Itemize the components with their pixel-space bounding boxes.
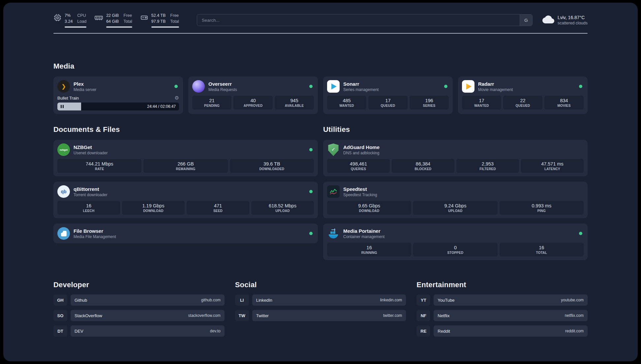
section-title-documents: Documents & Files bbox=[53, 125, 318, 134]
stat-box: 40 APPROVED bbox=[233, 96, 273, 109]
status-dot bbox=[309, 190, 313, 193]
bookmark-stackoverflow[interactable]: SO StackOverflow stackoverflow.com bbox=[53, 310, 225, 321]
bookmark-url: youtube.com bbox=[561, 298, 584, 302]
app-card-qbittorrent[interactable]: qb qBittorrent Torrent downloader 16 bbox=[53, 182, 318, 218]
bookmarks-section: Developer GH Github github.com SO StackO… bbox=[53, 281, 588, 350]
stat-label: DOWNLOADED bbox=[230, 167, 313, 171]
weather-condition: scattered clouds bbox=[558, 21, 588, 25]
stat-label: UPLOAD bbox=[414, 209, 497, 213]
bookmark-url: netflix.com bbox=[565, 313, 584, 318]
bookmark-dev[interactable]: DT DEV dev.to bbox=[53, 325, 225, 337]
app-name: Speedtest bbox=[343, 186, 377, 192]
section-title-utilities: Utilities bbox=[323, 125, 588, 134]
app-subtitle: Speedtest Tracking bbox=[343, 193, 377, 197]
bookmark-name: YouTube bbox=[438, 298, 454, 303]
stat-value: 618.52 Mbps bbox=[252, 203, 313, 208]
cpu-load-value: 3.24 bbox=[65, 18, 73, 24]
stat-label: QUEUED bbox=[504, 104, 542, 107]
stat-box: 47.571 ms LATENCY bbox=[521, 159, 584, 173]
app-subtitle: DNS and adblocking bbox=[343, 151, 380, 155]
bookmark-abbr: RE bbox=[416, 325, 430, 337]
bookmark-github[interactable]: GH Github github.com bbox=[53, 294, 225, 306]
bookmark-youtube[interactable]: YT YouTube youtube.com bbox=[416, 294, 588, 306]
settings-gear-icon[interactable]: ⚙ bbox=[175, 95, 179, 101]
weather-widget: Lviv, 16.87°C scattered clouds bbox=[542, 14, 588, 27]
stat-box: 0.993 ms PING bbox=[500, 201, 584, 215]
app-card-plex[interactable]: ❯ Plex Media server Bullet Train ⚙ 24:44… bbox=[53, 76, 183, 114]
status-dot bbox=[579, 85, 582, 88]
stat-box: 618.52 Mbps UPLOAD bbox=[251, 201, 314, 215]
search-bar: G bbox=[197, 14, 533, 26]
app-card-portainer[interactable]: Media Portainer Container management 16 … bbox=[323, 224, 588, 260]
stat-value: 47.571 ms bbox=[522, 161, 583, 167]
app-subtitle: Media Requests bbox=[208, 87, 237, 92]
radarr-icon bbox=[462, 80, 474, 93]
memory-total-label: Total bbox=[123, 18, 132, 24]
app-name: Plex bbox=[74, 81, 96, 87]
stat-label: REMAINING bbox=[144, 167, 227, 171]
stat-label: RUNNING bbox=[328, 251, 411, 255]
playback-time: 24:44 / 02:06:47 bbox=[147, 104, 176, 109]
stat-value: 39.6 TB bbox=[230, 161, 313, 167]
stat-box: 17 QUEUED bbox=[368, 96, 408, 109]
app-card-speedtest[interactable]: Speedtest Speedtest Tracking 9.65 Gbps D… bbox=[323, 182, 588, 218]
stat-box: 266 GB REMAINING bbox=[143, 159, 228, 173]
stat-box: 834 MOVIES bbox=[544, 96, 584, 109]
status-dot bbox=[309, 85, 313, 88]
stat-value: 498,461 bbox=[328, 161, 389, 167]
bookmark-url: reddit.com bbox=[565, 329, 584, 333]
bookmark-url: twitter.com bbox=[383, 313, 402, 318]
bookmark-reddit[interactable]: RE Reddit reddit.com bbox=[416, 325, 588, 337]
memory-icon bbox=[94, 14, 103, 23]
app-subtitle: Series management bbox=[343, 87, 379, 92]
stat-box: 945 AVAILABLE bbox=[275, 96, 314, 109]
sonarr-icon bbox=[327, 80, 340, 93]
disk-total-label: Total bbox=[170, 18, 179, 24]
stat-label: LATENCY bbox=[522, 167, 583, 171]
stat-value: 21 bbox=[193, 98, 231, 103]
stat-box: 17 WANTED bbox=[462, 96, 501, 109]
playback-progress-bar[interactable]: 24:44 / 02:06:47 bbox=[57, 103, 179, 110]
stat-value: 16 bbox=[500, 245, 583, 250]
stat-label: QUERIES bbox=[328, 167, 389, 171]
app-card-nzbget[interactable]: nzbget NZBGet Usenet downloader 744.21 M… bbox=[53, 140, 318, 176]
stat-value: 196 bbox=[410, 98, 448, 103]
bookmark-abbr: YT bbox=[416, 294, 430, 306]
search-input[interactable] bbox=[197, 15, 520, 26]
memory-free-value: 22 GiB bbox=[106, 13, 119, 18]
bookmark-url: linkedin.com bbox=[380, 298, 402, 302]
section-title-developer: Developer bbox=[53, 281, 225, 289]
bookmark-netflix[interactable]: NF Netflix netflix.com bbox=[416, 310, 588, 321]
disk-free-label: Free bbox=[170, 13, 179, 18]
stat-box: 1.19 Gbps DOWNLOAD bbox=[122, 201, 185, 215]
app-subtitle: Usenet downloader bbox=[74, 151, 107, 155]
overseerr-icon bbox=[192, 80, 205, 93]
app-card-radarr[interactable]: Radarr Movie management 17 WANTED 22 QUE… bbox=[458, 76, 588, 114]
bookmark-name: Netflix bbox=[438, 313, 449, 318]
pause-icon[interactable] bbox=[61, 105, 64, 108]
app-card-adguard[interactable]: ✓ AdGuard Home DNS and adblocking 498,46… bbox=[323, 140, 588, 176]
bookmark-abbr: LI bbox=[235, 294, 249, 306]
bookmark-abbr: SO bbox=[53, 310, 67, 321]
speedtest-icon bbox=[327, 185, 340, 198]
stat-box: 16 TOTAL bbox=[500, 243, 584, 257]
app-name: NZBGet bbox=[74, 144, 107, 150]
app-subtitle: Media File Management bbox=[74, 234, 116, 239]
top-bar: 7% 3.24 CPU Load bbox=[53, 3, 588, 28]
filebrowser-icon bbox=[57, 227, 70, 240]
stat-box: 22 QUEUED bbox=[503, 96, 542, 109]
stat-label: QUEUED bbox=[369, 104, 407, 107]
now-playing-title: Bullet Train bbox=[57, 96, 79, 101]
search-engine-button[interactable]: G bbox=[520, 15, 532, 26]
app-card-overseerr[interactable]: Overseerr Media Requests 21 PENDING 40 A… bbox=[188, 76, 318, 114]
bookmark-linkedin[interactable]: LI LinkedIn linkedin.com bbox=[235, 294, 406, 306]
app-card-filebrowser[interactable]: File Browser Media File Management bbox=[53, 224, 318, 243]
stat-label: BLOCKED bbox=[392, 167, 454, 171]
stat-value: 0 bbox=[414, 245, 497, 250]
status-dot bbox=[444, 85, 447, 88]
stat-value: 834 bbox=[545, 98, 583, 103]
bookmark-name: StackOverflow bbox=[75, 313, 102, 318]
app-card-sonarr[interactable]: Sonarr Series management 485 WANTED 17 Q… bbox=[323, 76, 453, 114]
cpu-icon bbox=[53, 14, 62, 23]
bookmark-twitter[interactable]: TW Twitter twitter.com bbox=[235, 310, 406, 321]
